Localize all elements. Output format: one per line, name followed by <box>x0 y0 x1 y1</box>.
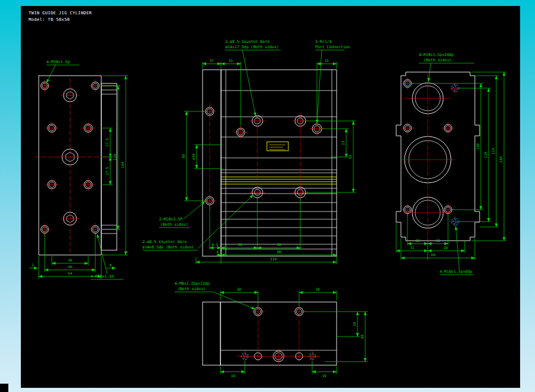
dim-text: 40 <box>360 334 364 339</box>
dim-text: 110 <box>483 151 487 158</box>
dim-text: 30 <box>68 258 73 262</box>
note-tap-2: (Both sides) <box>178 287 206 291</box>
dim-text: 29 <box>443 245 448 250</box>
end-view: 100 110 124 148 22 22 31 29 60 4-M10x1.5… <box>396 52 506 275</box>
note-port-2: Port Connection <box>315 45 350 49</box>
seal-lines <box>221 177 337 184</box>
note-tap-left: 2-M10x1.5P <box>159 217 182 222</box>
front-view-centerlines <box>35 78 105 253</box>
guide-block-outline <box>203 302 220 365</box>
dim-text: ø20 <box>191 153 195 160</box>
end-view-centerlines <box>401 73 461 244</box>
section-view-dimensions: 17 15 15 80 ø20 23 66 8.5 30 38 4 98 119 <box>181 58 356 264</box>
corner-mark <box>0 384 8 392</box>
cylinder-body-outline <box>221 70 337 256</box>
end-view-dimensions: 100 110 124 148 22 22 31 29 60 <box>396 72 506 260</box>
note-port: 2-Rc1/4 <box>315 39 331 44</box>
dim-text: 2 <box>32 263 34 267</box>
dim-text: 66 <box>348 154 352 159</box>
dim-text: 80 <box>181 154 185 158</box>
dim-text: 38 <box>276 242 281 247</box>
front-view-geometry <box>39 76 117 255</box>
dim-text: 124 <box>491 148 495 154</box>
front-view: 30 40 54 2 4 27.5 27.5 120 144 4-M10x1.5… <box>29 60 128 279</box>
dim-text: 27.5 <box>105 166 109 175</box>
section-view-notes: 2-ø8.5 Counter bore ø14x17.5dp (Both sid… <box>142 39 350 250</box>
dim-text: 22 <box>436 238 440 242</box>
dim-text: 19 <box>231 374 235 378</box>
dim-text: 27.5 <box>105 138 109 147</box>
dim-text: 98 <box>276 250 281 254</box>
dim-text: 31 <box>410 245 415 250</box>
top-view-centerlines <box>237 305 321 363</box>
top-view-notes: 4-M8x1.25px12dp (Both sides) <box>175 281 255 309</box>
front-view-dimensions: 30 40 54 2 4 27.5 27.5 120 144 <box>29 76 128 279</box>
dim-text: 19 <box>322 374 326 378</box>
drawing-model: Model: TB 50x50 <box>29 17 70 22</box>
dim-text: 54 <box>68 271 73 275</box>
end-body-outline <box>396 72 480 241</box>
note-tap-top: 4-M10x1.5px20dp <box>419 52 454 57</box>
top-view-dimensions: 30 30 20 40 19 19 <box>220 287 368 378</box>
dim-text: 30 <box>315 287 320 291</box>
section-view-geometry <box>203 70 337 256</box>
note-tap: 4-M8x1.25px12dp <box>175 281 210 286</box>
front-view-notes: 4-M10x1.5p 4-M10x1.5b <box>46 60 123 279</box>
drawing-title: TWIN GUIDE JIG CYLINDER <box>29 11 92 15</box>
note-tap-bottom: 4-M10x1.5b <box>91 274 114 279</box>
note-counterbore-bottom: 2-ø8.5 Counter bore <box>142 239 186 244</box>
dim-text: 23 <box>341 141 345 145</box>
note-counterbore-top: 2-ø8.5 Counter bore <box>225 39 269 44</box>
dim-text: 17 <box>209 58 214 63</box>
dim-text: 60 <box>431 253 436 257</box>
dim-text: 4 <box>109 263 111 267</box>
guide-block-outline <box>203 70 221 256</box>
note-tap-left-2: (Both sides) <box>160 222 188 227</box>
dim-text: 30 <box>237 287 241 291</box>
end-view-geometry <box>396 72 480 241</box>
note-tap-bottom: 4-M10x1.5px8dp <box>440 269 472 274</box>
dim-text: 144 <box>120 161 125 168</box>
dim-text: 148 <box>499 156 503 163</box>
note-counterbore-top-2: ø14x17.5dp (Both sides) <box>225 45 279 49</box>
dim-text: 40 <box>68 265 73 269</box>
dim-text: 20 <box>352 322 356 326</box>
dim-text: 100 <box>475 143 480 150</box>
section-view: 17 15 15 80 ø20 23 66 8.5 30 38 4 98 119… <box>142 39 356 264</box>
dim-text: 119 <box>270 257 277 261</box>
dim-text: 22 <box>415 238 420 242</box>
note-tap-top: 4-M10x1.5p <box>46 60 70 64</box>
dim-text: 15 <box>228 58 233 63</box>
cad-viewer-window: TWIN GUIDE JIG CYLINDER Model: TB 50x50 <box>0 0 535 392</box>
dim-text: 120 <box>113 154 117 160</box>
dim-text: 8.5 <box>212 242 219 247</box>
note-counterbore-bottom-2: ø14x8.5dp (Both sides) <box>142 245 194 250</box>
dim-text: 4 <box>216 250 219 254</box>
drawing-svg: TWIN GUIDE JIG CYLINDER Model: TB 50x50 <box>21 6 520 388</box>
note-tap-top-2: (Both sides) <box>424 58 452 63</box>
drawing-canvas[interactable]: TWIN GUIDE JIG CYLINDER Model: TB 50x50 <box>21 6 520 388</box>
dim-text: 30 <box>238 242 242 247</box>
top-view: 30 30 20 40 19 19 4-M8x1.25px12dp (Both … <box>175 281 368 378</box>
title-block: TWIN GUIDE JIG CYLINDER Model: TB 50x50 <box>29 11 92 22</box>
dim-text: 15 <box>324 58 329 63</box>
